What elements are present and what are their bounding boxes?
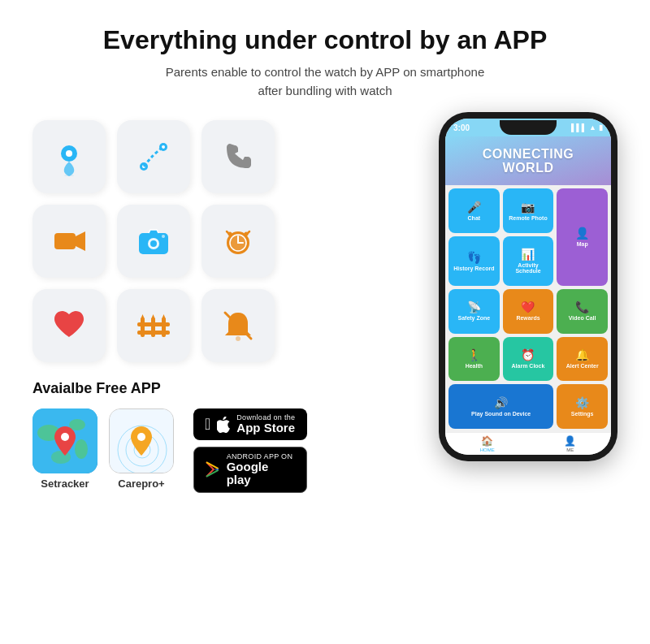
carepro-app: Carepro+ bbox=[109, 408, 174, 490]
page: Everything under control by an APP Paren… bbox=[0, 0, 650, 644]
header-section: Everything under control by an APP Paren… bbox=[32, 24, 618, 100]
time-display: 3:00 bbox=[453, 123, 470, 132]
phone-nav: 🏠 HOME 👤 ME bbox=[445, 432, 611, 455]
remote-photo-icon: 📷 bbox=[521, 201, 535, 214]
tile-play-sound[interactable]: 🔊 Play Sound on Device bbox=[448, 384, 553, 429]
carepro-icon bbox=[109, 408, 174, 473]
phone-screen: 3:00 ▌▌▌ ▲ ▮ CONNECTINGWORLD bbox=[445, 119, 611, 455]
chat-label: Chat bbox=[468, 215, 481, 222]
appstore-text: Download on the App Store bbox=[236, 413, 295, 435]
phone-mockup: 3:00 ▌▌▌ ▲ ▮ CONNECTINGWORLD bbox=[439, 112, 618, 461]
icon-bell-off bbox=[202, 289, 275, 362]
phone-app-grid: 🎤 Chat 📷 Remote Photo 👤 Map bbox=[445, 185, 611, 432]
tile-settings[interactable]: ⚙️ Settings bbox=[557, 384, 608, 429]
svg-marker-27 bbox=[162, 314, 166, 319]
left-panel: Avaialbe Free APP bbox=[32, 120, 422, 493]
icon-phone bbox=[202, 120, 275, 193]
tile-chat[interactable]: 🎤 Chat bbox=[448, 188, 500, 233]
svg-point-2 bbox=[64, 175, 74, 176]
icon-heart bbox=[32, 289, 106, 362]
svg-point-35 bbox=[61, 433, 69, 441]
activity-icon: 📊 bbox=[521, 248, 535, 261]
health-icon: 🚶 bbox=[467, 348, 481, 361]
battery-icon: ▮ bbox=[599, 123, 603, 132]
settings-icon: ⚙️ bbox=[575, 396, 589, 409]
play-sound-label: Play Sound on Device bbox=[471, 411, 531, 417]
page-title: Everything under control by an APP bbox=[32, 24, 618, 55]
play-sound-icon: 🔊 bbox=[494, 396, 508, 409]
googleplay-text: ANDROID APP ON Google play bbox=[227, 452, 295, 487]
carepro-label: Carepro+ bbox=[118, 478, 164, 490]
phone-banner: CONNECTINGWORLD bbox=[445, 136, 611, 185]
tile-rewards[interactable]: ❤️ Rewards bbox=[503, 289, 554, 334]
svg-point-19 bbox=[245, 232, 249, 236]
available-section: Avaialbe Free APP bbox=[32, 380, 422, 493]
chat-icon: 🎤 bbox=[467, 201, 481, 214]
icon-route bbox=[117, 120, 190, 193]
setracker-icon bbox=[32, 408, 98, 473]
setracker-app: Setracker bbox=[32, 408, 98, 490]
tile-safety[interactable]: 📡 Safety Zone bbox=[448, 289, 500, 334]
nav-home-label: HOME bbox=[480, 447, 495, 452]
signal-icon: ▌▌▌ bbox=[571, 123, 587, 132]
svg-point-40 bbox=[137, 433, 145, 441]
googleplay-button[interactable]: ANDROID APP ON Google play bbox=[193, 447, 307, 493]
svg-marker-25 bbox=[151, 314, 155, 319]
svg-marker-8 bbox=[76, 231, 85, 251]
appstore-button[interactable]:  Download on the App Store bbox=[193, 408, 307, 440]
tile-remote-photo[interactable]: 📷 Remote Photo bbox=[503, 188, 554, 233]
icon-grid bbox=[32, 120, 422, 362]
svg-rect-22 bbox=[141, 318, 145, 337]
settings-label: Settings bbox=[571, 411, 594, 417]
icon-alarm bbox=[202, 205, 275, 278]
svg-rect-7 bbox=[54, 233, 76, 249]
header-subtitle: Parents enable to control the watch by A… bbox=[32, 63, 618, 100]
tile-history[interactable]: 👣 History Record bbox=[448, 236, 500, 285]
rewards-icon: ❤️ bbox=[521, 300, 535, 313]
svg-point-11 bbox=[150, 240, 157, 247]
tile-alert[interactable]: 🔔 Alert Center bbox=[557, 337, 608, 382]
safety-icon: 📡 bbox=[467, 300, 481, 313]
phone-outer: 3:00 ▌▌▌ ▲ ▮ CONNECTINGWORLD bbox=[439, 112, 618, 461]
alert-icon: 🔔 bbox=[575, 348, 589, 361]
svg-rect-24 bbox=[151, 318, 155, 337]
history-icon: 👣 bbox=[467, 251, 481, 264]
history-label: History Record bbox=[453, 266, 494, 272]
store-buttons:  Download on the App Store bbox=[193, 408, 307, 493]
icon-location bbox=[32, 120, 106, 193]
nav-me[interactable]: 👤 ME bbox=[564, 435, 576, 452]
me-icon: 👤 bbox=[564, 435, 576, 447]
available-title: Avaialbe Free APP bbox=[32, 380, 422, 397]
activity-label: Activity Schedule bbox=[506, 262, 551, 274]
remote-photo-label: Remote Photo bbox=[509, 215, 547, 222]
tile-health[interactable]: 🚶 Health bbox=[448, 337, 500, 382]
nav-me-label: ME bbox=[566, 447, 574, 452]
setracker-label: Setracker bbox=[41, 478, 89, 490]
tile-map[interactable]: 👤 Map bbox=[557, 188, 608, 285]
svg-point-1 bbox=[66, 150, 72, 157]
svg-marker-23 bbox=[141, 314, 145, 319]
wifi-icon: ▲ bbox=[589, 123, 596, 132]
svg-point-28 bbox=[236, 336, 240, 341]
phone-notch bbox=[500, 120, 557, 135]
health-label: Health bbox=[466, 363, 483, 370]
apple-icon:  bbox=[205, 415, 210, 434]
tile-video-call[interactable]: 📞 Video Call bbox=[557, 289, 608, 334]
icon-camera bbox=[117, 205, 190, 278]
video-call-label: Video Call bbox=[569, 315, 596, 322]
svg-point-18 bbox=[228, 232, 232, 236]
safety-label: Safety Zone bbox=[457, 315, 490, 322]
googleplay-bottom-label: Google play bbox=[227, 460, 295, 487]
tile-alarm[interactable]: ⏰ Alarm Clock bbox=[503, 337, 554, 382]
nav-home[interactable]: 🏠 HOME bbox=[480, 435, 495, 452]
video-call-icon: 📞 bbox=[575, 300, 589, 313]
icon-video-camera bbox=[32, 205, 106, 278]
status-icons: ▌▌▌ ▲ ▮ bbox=[571, 123, 603, 132]
phone-banner-text: CONNECTINGWORLD bbox=[483, 147, 574, 175]
appstore-bottom-label: App Store bbox=[236, 421, 295, 435]
home-icon: 🏠 bbox=[481, 435, 493, 447]
alarm-icon: ⏰ bbox=[521, 348, 535, 361]
main-content: Avaialbe Free APP bbox=[32, 120, 618, 493]
tile-activity[interactable]: 📊 Activity Schedule bbox=[503, 236, 554, 285]
app-row: Setracker bbox=[32, 408, 422, 493]
